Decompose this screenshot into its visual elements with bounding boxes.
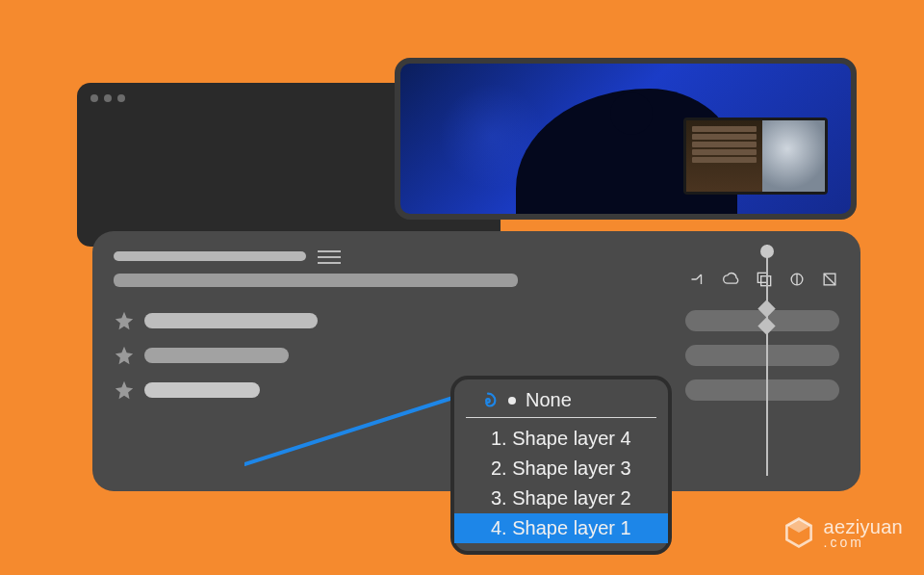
panel-menu-icon[interactable] — [318, 250, 341, 264]
keyframe-icon[interactable] — [757, 317, 775, 334]
dropdown-header[interactable]: None — [466, 389, 656, 418]
window-controls[interactable] — [90, 94, 125, 102]
layer-name-bar — [144, 313, 318, 328]
layer-name-bar — [144, 348, 289, 363]
dropdown-item-selected[interactable]: 4. Shape layer 1 — [454, 513, 668, 543]
preview-window — [395, 58, 857, 220]
preview-monitor — [683, 118, 828, 195]
playhead[interactable] — [760, 245, 774, 258]
window-dot[interactable] — [90, 94, 98, 102]
dropdown-item[interactable]: 2. Shape layer 3 — [454, 454, 668, 484]
watermark: aeziyuan .com — [782, 515, 903, 550]
star-icon[interactable] — [114, 345, 135, 366]
window-dot[interactable] — [104, 94, 112, 102]
panel-title-bar — [114, 251, 306, 261]
layer-name-bar — [144, 382, 260, 398]
timeline-ruler[interactable] — [695, 245, 839, 476]
search-bar[interactable] — [114, 274, 518, 287]
dropdown-none-label: None — [526, 389, 572, 411]
star-icon[interactable] — [114, 310, 135, 331]
window-dot[interactable] — [117, 94, 125, 102]
dropdown-item[interactable]: 1. Shape layer 4 — [454, 424, 668, 454]
preview-head — [610, 92, 653, 135]
pickwhip-icon[interactable] — [477, 390, 499, 411]
watermark-logo-icon — [782, 515, 816, 550]
keyframe-icon[interactable] — [757, 300, 775, 317]
parent-dropdown[interactable]: None 1. Shape layer 4 2. Shape layer 3 3… — [450, 376, 672, 555]
star-icon[interactable] — [114, 379, 135, 401]
bullet-icon — [508, 397, 516, 405]
dropdown-item[interactable]: 3. Shape layer 2 — [454, 484, 668, 513]
playhead-line — [766, 245, 768, 476]
